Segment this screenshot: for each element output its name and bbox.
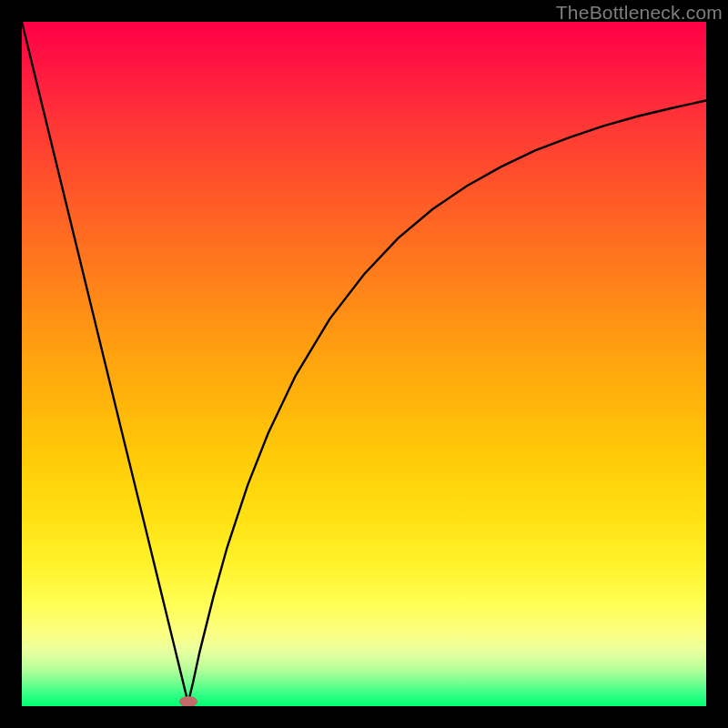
plot-area [22,22,706,706]
optimal-point-marker [179,696,197,706]
curve-svg [22,22,706,706]
chart-frame: TheBottleneck.com [0,0,728,728]
watermark-text: TheBottleneck.com [556,2,723,24]
bottleneck-curve [22,22,706,703]
